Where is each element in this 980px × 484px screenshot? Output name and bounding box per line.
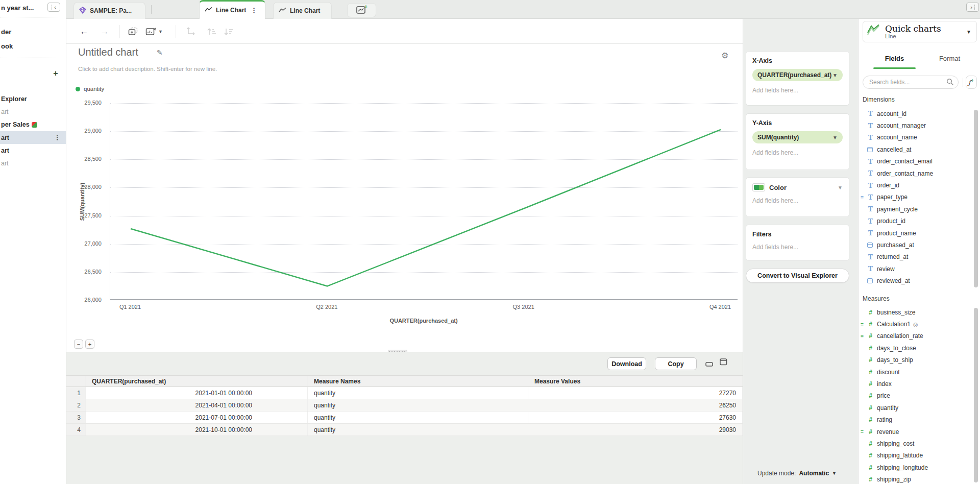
chart-title[interactable]: Untitled chart (78, 46, 138, 58)
measure-item[interactable]: #shipping_zip (859, 473, 973, 484)
add-fields-dropzone[interactable]: Add fields here... (752, 87, 843, 94)
delete-chart-button[interactable]: ▼ (144, 25, 164, 38)
dimension-item[interactable]: =Tpaper_type (859, 191, 973, 203)
dimension-item[interactable]: Torder_contact_name (859, 167, 973, 179)
forward-button[interactable]: → (98, 25, 111, 38)
tab-format[interactable]: Format (928, 55, 971, 62)
sidebar-item[interactable]: per Sales (0, 118, 66, 131)
dimension-item[interactable]: Torder_id (859, 179, 973, 191)
caret-down-icon[interactable]: ▼ (832, 135, 838, 140)
table-row[interactable]: 32021-07-01 00:00:00quantity27630 (66, 412, 743, 424)
measure-item[interactable]: #business_size (859, 306, 973, 318)
search-fields-input[interactable] (863, 76, 959, 89)
y-axis-shelf: Y-Axis SUM(quantity) ▼ Add fields here..… (746, 113, 849, 170)
color-swatch[interactable] (752, 183, 765, 191)
sidebar-divider (0, 17, 66, 17)
duplicate-chart-button[interactable] (127, 25, 140, 38)
table-row[interactable]: 22021-04-01 00:00:00quantity26250 (66, 399, 743, 412)
sidebar-item-builder[interactable]: der (1, 28, 11, 36)
update-mode-value[interactable]: Automatic (799, 470, 829, 477)
column-header[interactable]: QUARTER(purchased_at) (86, 376, 308, 386)
column-header[interactable]: Measure Names (308, 376, 528, 386)
copy-button[interactable]: Copy (655, 357, 697, 370)
table-row[interactable]: 12021-01-01 00:00:00quantity27270 (66, 387, 743, 399)
sort-descending-button[interactable] (222, 25, 235, 38)
measure-item[interactable]: #shipping_longitude (859, 462, 973, 473)
dimension-item[interactable]: Taccount_name (859, 132, 973, 143)
swap-axes-button[interactable] (185, 25, 198, 38)
tab-line-chart-active[interactable]: Line Chart ⋮ (199, 0, 265, 19)
add-fields-dropzone[interactable]: Add fields here... (752, 244, 843, 251)
add-calculated-field-button[interactable]: ƒ+ (966, 76, 977, 89)
measure-item[interactable]: #rating (859, 414, 973, 426)
minimize-results-icon[interactable] (705, 360, 714, 369)
measure-item[interactable]: #quantity (859, 402, 973, 414)
maximize-results-icon[interactable] (720, 358, 727, 368)
sidebar-item-notebook[interactable]: ook (1, 42, 13, 50)
measure-item[interactable]: #price (859, 390, 973, 402)
dimension-item[interactable]: reviewed_at (859, 275, 973, 286)
scrollbar-thumb[interactable] (974, 308, 978, 482)
dimension-item[interactable]: purchased_at (859, 239, 973, 251)
caret-down-icon[interactable]: ▼ (832, 72, 838, 78)
panel-expand-button[interactable]: › (966, 3, 979, 12)
table-row[interactable]: 42021-10-01 00:00:00quantity29030 (66, 424, 743, 436)
field-name: paper_type (877, 193, 908, 201)
sidebar-item[interactable]: art (0, 105, 66, 118)
measure-item[interactable]: =#cancellation_rate (859, 330, 973, 342)
cell-quarter: 2021-10-01 00:00:00 (86, 424, 308, 435)
caret-down-icon[interactable]: ▼ (966, 29, 971, 35)
back-button[interactable]: ← (78, 25, 91, 38)
sort-ascending-button[interactable] (205, 25, 218, 38)
dimension-item[interactable]: Tproduct_id (859, 215, 973, 227)
zoom-out-button[interactable]: − (74, 340, 83, 349)
y-axis-field-pill[interactable]: SUM(quantity) ▼ (752, 131, 843, 143)
tab-line-chart-2[interactable]: Line Chart (273, 2, 332, 19)
scrollbar-thumb[interactable] (974, 110, 978, 287)
dimension-item[interactable]: cancelled_at (859, 143, 973, 155)
new-chart-tab-button[interactable]: + (347, 3, 376, 17)
dimension-item[interactable]: Tproduct_name (859, 227, 973, 239)
download-button[interactable]: Download (607, 357, 646, 370)
field-name: shipping_latitude (877, 452, 923, 459)
caret-down-icon[interactable]: ▼ (832, 471, 837, 476)
dimension-item[interactable]: Taccount_id (859, 108, 973, 119)
collapse-caret-icon[interactable]: ▼ (838, 185, 843, 190)
measure-item[interactable]: #discount (859, 366, 973, 378)
measure-item[interactable]: #index (859, 378, 973, 390)
add-fields-dropzone[interactable]: Add fields here... (752, 149, 843, 156)
dimension-item[interactable]: Tpayment_cycle (859, 203, 973, 215)
measure-item[interactable]: #shipping_latitude (859, 450, 973, 462)
dimension-item[interactable]: Taccount_manager (859, 119, 973, 131)
add-fields-dropzone[interactable]: Add fields here... (752, 197, 843, 204)
zoom-in-button[interactable]: + (85, 340, 94, 349)
sidebar-item[interactable]: art⋮ (0, 131, 66, 144)
kebab-menu-icon[interactable]: ⋮ (54, 134, 61, 141)
measure-item[interactable]: #days_to_ship (859, 354, 973, 366)
sidebar-item[interactable]: art (0, 157, 66, 170)
tab-menu-icon[interactable]: ⋮ (251, 7, 257, 14)
measure-item[interactable]: #shipping_cost (859, 438, 973, 449)
x-axis-field-pill[interactable]: QUARTER(purchased_at) ▼ (752, 69, 843, 81)
chart-settings-gear-icon[interactable]: ⚙ (721, 51, 728, 60)
dimension-item[interactable]: Torder_contact_email (859, 156, 973, 167)
field-name: reviewed_at (877, 277, 910, 284)
legend-label[interactable]: quantity (84, 86, 104, 92)
tab-fields[interactable]: Fields (873, 55, 916, 62)
sidebar-item[interactable]: Explorer (0, 92, 66, 105)
dimension-item[interactable]: Treturned_at (859, 251, 973, 263)
measure-item[interactable]: =#revenue (859, 426, 973, 438)
measure-item[interactable]: =#Calculation1◎ (859, 318, 973, 330)
quick-charts-selector[interactable]: Quick charts Line ▼ (863, 21, 977, 42)
dimension-item[interactable]: Treview (859, 263, 973, 275)
chart-description-placeholder[interactable]: Click to add chart description. Shift-en… (78, 66, 217, 72)
sidebar-collapse-button[interactable]: ‹ (47, 3, 60, 12)
edit-pencil-icon[interactable]: ✎ (157, 49, 163, 57)
row-number: 1 (66, 387, 86, 399)
column-header[interactable]: Measure Values (528, 376, 743, 386)
add-button[interactable]: + (51, 68, 61, 79)
convert-to-visual-explorer-button[interactable]: Convert to Visual Explorer (746, 269, 849, 283)
sidebar-item[interactable]: art (0, 144, 66, 157)
measure-item[interactable]: #days_to_close (859, 342, 973, 354)
tab-dataset[interactable]: SAMPLE: Pa... (74, 2, 145, 19)
